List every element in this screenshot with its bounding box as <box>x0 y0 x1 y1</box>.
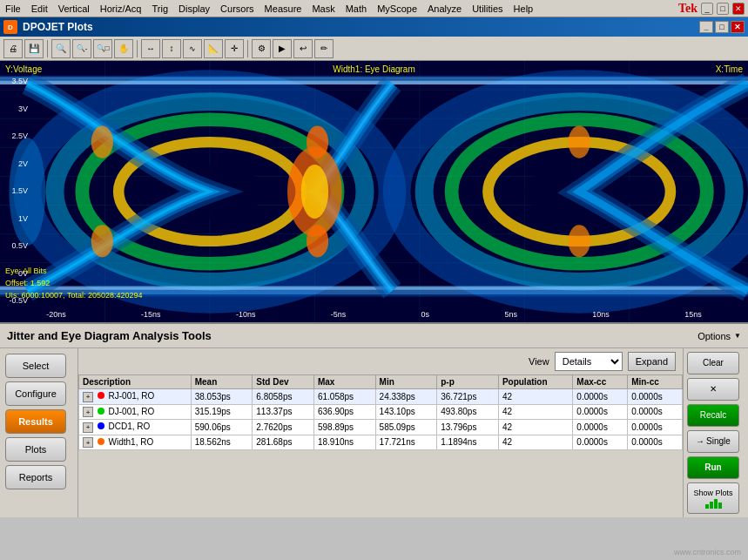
row-dot-1 <box>98 408 104 415</box>
cursor-button[interactable]: ✛ <box>225 39 244 58</box>
menu-horiz[interactable]: Horiz/Acq <box>95 2 147 16</box>
measure-button[interactable]: 📐 <box>204 39 223 58</box>
col-population: Population <box>498 375 572 389</box>
menu-cursors[interactable]: Cursors <box>215 2 259 16</box>
clear-button[interactable]: Clear <box>687 352 739 374</box>
configure-button[interactable]: Configure <box>5 381 66 406</box>
cell-maxcc-2: 0.0000s <box>573 420 628 435</box>
settings-button[interactable]: ⚙ <box>252 39 271 58</box>
table-area: View Details Summary Expand Description … <box>78 348 683 517</box>
time-minus5ns: -5ns <box>331 310 347 319</box>
menu-bar: File Edit Vertical Horiz/Acq Trig Displa… <box>0 0 748 17</box>
voltage-2-5v: 2.5V <box>2 132 28 140</box>
cell-stddev-3: 281.68ps <box>253 435 314 450</box>
cell-stddev-0: 6.8058ps <box>253 389 314 405</box>
cell-mincc-1: 0.0000s <box>628 404 683 420</box>
cell-population-3: 42 <box>498 435 572 450</box>
menu-utilities[interactable]: Utilities <box>467 2 508 16</box>
options-button[interactable]: Options ▼ <box>697 331 741 341</box>
window-maximize[interactable]: □ <box>715 21 729 33</box>
col-max: Max <box>313 375 375 389</box>
play-button[interactable]: ▶ <box>273 39 292 58</box>
pan-button[interactable]: ✋ <box>114 39 133 58</box>
waveform-button[interactable]: ∿ <box>183 39 202 58</box>
menu-edit[interactable]: Edit <box>26 2 53 16</box>
cell-description-3: + Width1, RO <box>79 435 192 450</box>
time-15ns: 15ns <box>684 310 702 319</box>
show-plots-label: Show Plots <box>693 488 732 498</box>
description-text-3: Width1, RO <box>109 437 154 447</box>
time-minus10ns: -10ns <box>236 310 256 319</box>
vertical-button[interactable]: ↕ <box>162 39 181 58</box>
scope-display: 3.5V 3V 2.5V 2V 1.5V 1V 0.5V 0V -0.5V <box>0 61 748 322</box>
voltage-3v: 3V <box>2 105 28 113</box>
draw-button[interactable]: ✏ <box>314 39 334 58</box>
plots-button[interactable]: Plots <box>5 437 66 462</box>
menu-myscope[interactable]: MyScope <box>372 2 422 16</box>
svg-point-26 <box>301 165 328 219</box>
cell-max-1: 636.90ps <box>313 404 375 420</box>
x-axis-label: X:Time <box>716 64 743 74</box>
minimize-button[interactable]: _ <box>701 3 713 15</box>
menu-analyze[interactable]: Analyze <box>422 2 467 16</box>
recalc-button[interactable]: ✕ <box>687 378 739 401</box>
cell-mean-1: 315.19ps <box>191 404 253 420</box>
results-table: Description Mean Std Dev Max Min p-p Pop… <box>78 374 683 450</box>
bottom-panel: Jitter and Eye Diagram Analysis Tools Op… <box>0 322 748 517</box>
expand-icon-0[interactable]: + <box>83 392 93 402</box>
undo-button[interactable]: ↩ <box>293 39 313 58</box>
maximize-button[interactable]: □ <box>717 3 729 15</box>
table-row[interactable]: + DCD1, RO 590.06ps 2.7620ps 598.89ps 58… <box>79 420 683 435</box>
cell-min-2: 585.09ps <box>375 420 437 435</box>
table-row[interactable]: + RJ-001, RO 38.053ps 6.8058ps 61.058ps … <box>79 389 683 405</box>
results-button[interactable]: Results <box>5 409 66 434</box>
view-select[interactable]: Details Summary <box>555 352 623 371</box>
menu-math[interactable]: Math <box>340 2 372 16</box>
cell-population-2: 42 <box>498 420 572 435</box>
expand-icon-1[interactable]: + <box>83 407 93 417</box>
row-dot-2 <box>98 422 104 429</box>
close-button[interactable]: ✕ <box>732 3 745 15</box>
eye-bits-label: Eye: All Bits <box>5 265 142 277</box>
menu-vertical[interactable]: Vertical <box>53 2 95 16</box>
menu-display[interactable]: Display <box>173 2 215 16</box>
menu-mask[interactable]: Mask <box>307 2 340 16</box>
menu-measure[interactable]: Measure <box>259 2 307 16</box>
select-button[interactable]: Select <box>5 354 66 378</box>
reports-button[interactable]: Reports <box>5 465 66 489</box>
save-button[interactable]: 💾 <box>24 39 44 58</box>
row-dot-0 <box>98 392 104 399</box>
single-button[interactable]: → Single <box>687 430 739 453</box>
expand-button[interactable]: Expand <box>628 352 676 371</box>
show-plots-button[interactable]: Show Plots <box>687 482 739 514</box>
offset-label: Offset: 1.592 <box>5 277 142 289</box>
menu-trig[interactable]: Trig <box>146 2 173 16</box>
window-minimize[interactable]: _ <box>699 21 713 33</box>
cell-min-1: 143.10ps <box>375 404 437 420</box>
expand-icon-2[interactable]: + <box>83 422 93 433</box>
scope-wrapper: 3.5V 3V 2.5V 2V 1.5V 1V 0.5V 0V -0.5V <box>0 61 748 322</box>
cell-description-0: + RJ-001, RO <box>79 389 192 405</box>
description-text-0: RJ-001, RO <box>109 391 155 401</box>
table-row[interactable]: + DJ-001, RO 315.19ps 113.37ps 636.90ps … <box>79 404 683 420</box>
panel-title: Jitter and Eye Diagram Analysis Tools <box>7 329 212 342</box>
horizontal-button[interactable]: ↔ <box>141 39 160 58</box>
recalc-icon: ✕ <box>710 384 717 394</box>
menu-file[interactable]: File <box>0 2 26 16</box>
print-button[interactable]: 🖨 <box>3 39 23 58</box>
toolbar-separator-2 <box>137 40 138 57</box>
menu-help[interactable]: Help <box>509 2 539 16</box>
zoom-out-button[interactable]: 🔍- <box>72 39 91 58</box>
table-row[interactable]: + Width1, RO 18.562ns 281.68ps 18.910ns … <box>79 435 683 450</box>
title-bar: D DPOJET Plots _ □ ✕ <box>0 17 748 37</box>
svg-point-28 <box>91 125 113 158</box>
expand-icon-3[interactable]: + <box>83 437 93 448</box>
time-minus15ns: -15ns <box>141 310 161 319</box>
zoom-fit-button[interactable]: 🔍□ <box>93 39 112 58</box>
cell-pp-0: 36.721ps <box>437 389 499 405</box>
recalc-go-button[interactable]: Recalc <box>687 404 739 427</box>
run-button[interactable]: Run <box>687 456 739 479</box>
col-mean: Mean <box>191 375 253 389</box>
zoom-in-button[interactable]: 🔍 <box>51 39 71 58</box>
window-close[interactable]: ✕ <box>731 21 745 33</box>
